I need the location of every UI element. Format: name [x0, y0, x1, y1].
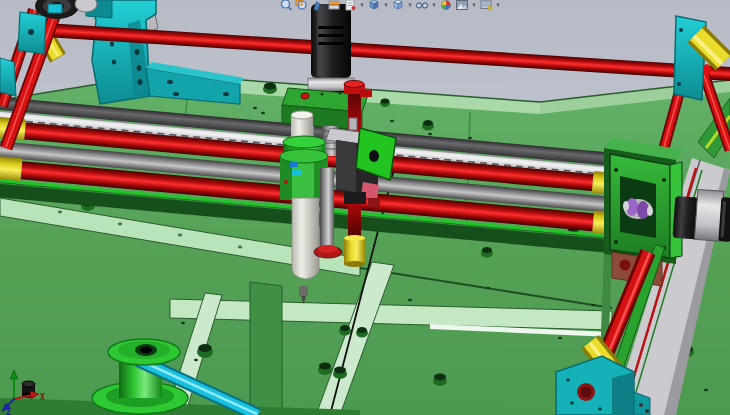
hide-show-items-icon[interactable] [415, 0, 429, 11]
dropdown-arrow[interactable]: ▾ [431, 1, 437, 9]
edit-appearance-icon[interactable] [439, 0, 453, 11]
apply-scene-icon[interactable] [455, 0, 469, 11]
yellow-sleeve [344, 238, 365, 264]
dropdown-arrow[interactable]: ▾ [383, 1, 389, 9]
dropdown-arrow[interactable]: ▾ [471, 1, 477, 9]
previous-view-icon[interactable] [311, 0, 325, 11]
filter-bowl [292, 198, 319, 279]
triad-z-label: Z [6, 408, 11, 415]
display-style-icon[interactable] [391, 0, 405, 11]
rod-cap-left-lower [0, 156, 23, 181]
view-settings-icon[interactable] [479, 0, 493, 11]
shaft-coupling[interactable] [75, 0, 97, 12]
triad-x-label: X [40, 393, 45, 402]
view-orientation-icon[interactable] [367, 0, 381, 11]
section-view-icon[interactable] [327, 0, 341, 11]
dropdown-arrow[interactable]: ▾ [495, 1, 501, 9]
zoom-to-fit-icon[interactable] [279, 0, 293, 11]
cyan-fitting[interactable] [48, 4, 62, 13]
graphics-area[interactable]: X Z ▾ ▾ ▾ ▾ [0, 0, 730, 415]
cad-scene: X Z [0, 0, 730, 415]
dropdown-arrow[interactable]: ▾ [359, 1, 365, 9]
small-teal-block-left-edge[interactable] [0, 58, 16, 96]
dropdown-arrow[interactable]: ▾ [407, 1, 413, 9]
zoom-to-area-icon[interactable] [295, 0, 309, 11]
heads-up-toolbar: ▾ ▾ ▾ ▾ ▾ ▾ [279, 0, 501, 12]
annotation-views-icon[interactable] [343, 0, 357, 11]
